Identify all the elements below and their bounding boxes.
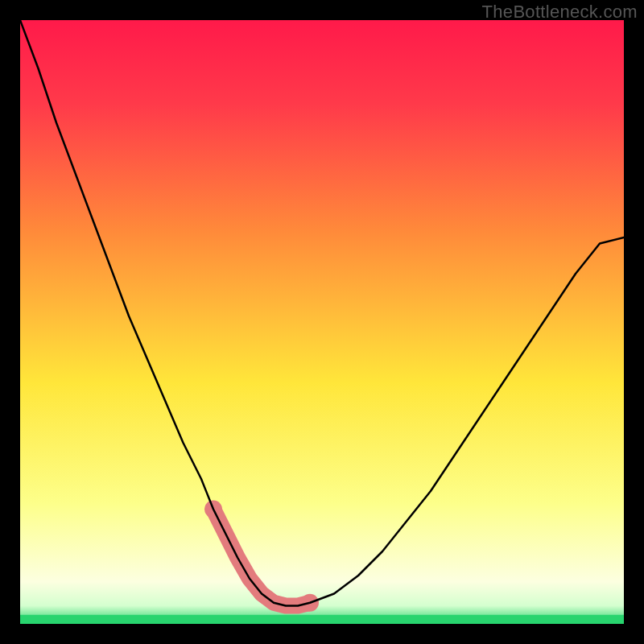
watermark-text: TheBottleneck.com [482,2,638,23]
chart-svg [20,20,624,624]
chart-frame: TheBottleneck.com [0,0,644,644]
gradient-background [20,20,624,624]
green-band [20,615,624,624]
plot-area [20,20,624,624]
